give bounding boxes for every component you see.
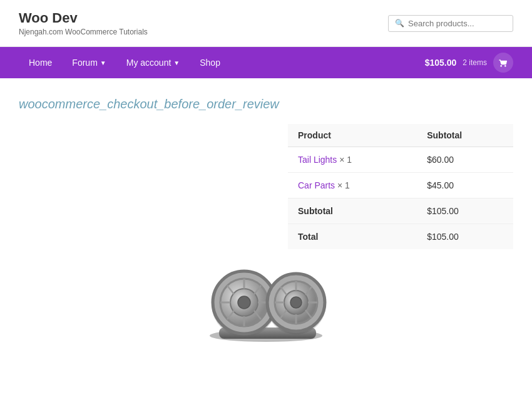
search-icon: 🔍 bbox=[395, 19, 404, 28]
nav-item-shop[interactable]: Shop bbox=[190, 47, 230, 78]
order-table-container: Product Subtotal Tail Lights × 1 $60.00 bbox=[288, 124, 513, 249]
product-cell-2: Car Parts × 1 bbox=[288, 173, 417, 198]
subtotal-row: Subtotal $105.00 bbox=[288, 198, 513, 224]
site-nav: Home Forum ▼ My account ▼ Shop $105.00 2… bbox=[0, 47, 532, 78]
nav-item-home[interactable]: Home bbox=[19, 47, 62, 78]
cart-items-count: 2 items bbox=[463, 58, 487, 67]
speakers-svg bbox=[185, 262, 347, 343]
cart-total: $105.00 bbox=[425, 58, 457, 68]
search-input[interactable] bbox=[408, 19, 506, 28]
subtotal-label: Subtotal bbox=[288, 198, 417, 224]
hook-label: woocommerce_checkout_before_order_review bbox=[19, 97, 513, 111]
subtotal-cell-2: $45.00 bbox=[417, 173, 513, 198]
svg-point-19 bbox=[290, 297, 302, 308]
product-image bbox=[185, 262, 347, 343]
product-link-carparts[interactable]: Car Parts bbox=[298, 180, 335, 190]
table-row: Car Parts × 1 $45.00 bbox=[288, 173, 513, 198]
cart-icon[interactable] bbox=[493, 53, 513, 73]
order-review-table: Product Subtotal Tail Lights × 1 $60.00 bbox=[288, 124, 513, 249]
nav-links: Home Forum ▼ My account ▼ Shop bbox=[19, 47, 230, 78]
nav-cart: $105.00 2 items bbox=[425, 53, 513, 73]
cart-svg bbox=[498, 58, 508, 68]
total-row: Total $105.00 bbox=[288, 224, 513, 250]
product-column-header: Product bbox=[288, 124, 417, 147]
site-tagline: Njengah.com WooCommerce Tutorials bbox=[19, 28, 148, 36]
nav-item-myaccount[interactable]: My account ▼ bbox=[116, 47, 190, 78]
search-form[interactable]: 🔍 bbox=[388, 15, 513, 32]
product-qty-1: × 1 bbox=[339, 155, 352, 165]
product-cell-1: Tail Lights × 1 bbox=[288, 147, 417, 173]
subtotal-value: $105.00 bbox=[417, 198, 513, 224]
table-row: Tail Lights × 1 $60.00 bbox=[288, 147, 513, 173]
site-branding: Woo Dev Njengah.com WooCommerce Tutorial… bbox=[19, 10, 148, 36]
total-value: $105.00 bbox=[417, 224, 513, 250]
product-image-area bbox=[19, 262, 513, 343]
forum-dropdown-icon: ▼ bbox=[100, 59, 106, 66]
nav-item-forum[interactable]: Forum ▼ bbox=[62, 47, 116, 78]
product-qty-2: × 1 bbox=[337, 180, 350, 190]
subtotal-column-header: Subtotal bbox=[417, 124, 513, 147]
svg-point-6 bbox=[238, 296, 250, 309]
site-header: Woo Dev Njengah.com WooCommerce Tutorial… bbox=[0, 0, 532, 47]
top-section: Product Subtotal Tail Lights × 1 $60.00 bbox=[19, 124, 513, 249]
product-link-taillights[interactable]: Tail Lights bbox=[298, 155, 337, 165]
subtotal-cell-1: $60.00 bbox=[417, 147, 513, 173]
site-title: Woo Dev bbox=[19, 10, 148, 26]
myaccount-dropdown-icon: ▼ bbox=[173, 59, 180, 66]
total-label: Total bbox=[288, 224, 417, 250]
main-content: woocommerce_checkout_before_order_review… bbox=[0, 78, 532, 356]
